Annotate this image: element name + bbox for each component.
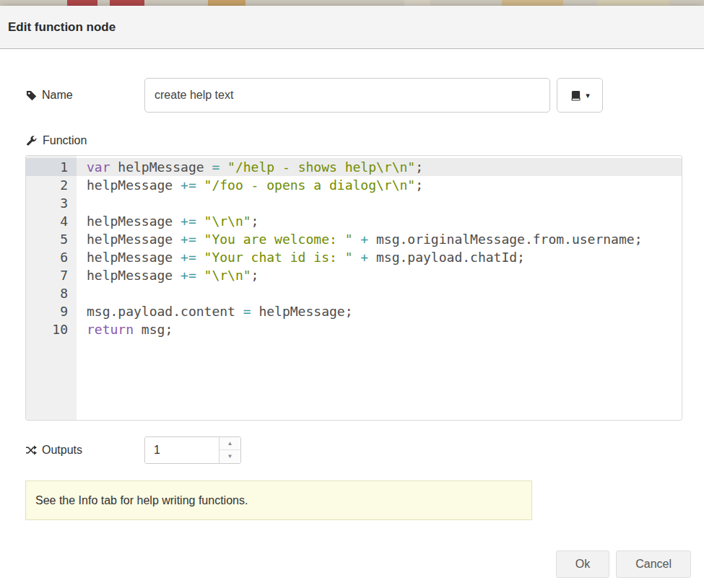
gutter-line-number[interactable]: 7 bbox=[26, 266, 77, 284]
dialog-title: Edit function node bbox=[8, 20, 116, 35]
dialog-body: Name ▾ Function 12345678910 var helpMess… bbox=[0, 49, 704, 524]
gutter-line-number[interactable]: 1 bbox=[26, 158, 77, 176]
ok-button[interactable]: Ok bbox=[556, 550, 609, 578]
workspace-node-peek bbox=[208, 0, 245, 6]
gutter-line-number[interactable]: 10 bbox=[26, 320, 77, 338]
code-line[interactable]: helpMessage += "\r\n"; bbox=[77, 212, 682, 230]
code-line[interactable]: helpMessage += "/foo - opens a dialog\r\… bbox=[77, 176, 682, 194]
code-line[interactable] bbox=[77, 284, 682, 302]
spinner-down-button[interactable]: ▼ bbox=[220, 450, 240, 463]
gutter-line-number[interactable]: 2 bbox=[26, 176, 77, 194]
editor-code-area[interactable]: var helpMessage = "/help - shows help\r\… bbox=[77, 156, 682, 420]
library-button[interactable]: ▾ bbox=[557, 78, 603, 113]
outputs-spinner: ▲ ▼ bbox=[144, 436, 241, 464]
function-label: Function bbox=[43, 134, 87, 147]
spinner-up-button[interactable]: ▲ bbox=[220, 437, 240, 450]
name-label-text: Name bbox=[42, 89, 73, 102]
function-code-editor[interactable]: 12345678910 var helpMessage = "/help - s… bbox=[25, 155, 682, 421]
gutter-line-number[interactable]: 5 bbox=[26, 230, 77, 248]
gutter-line-number[interactable]: 8 bbox=[26, 284, 77, 302]
workspace-node-peek bbox=[404, 0, 430, 6]
info-text: See the Info tab for help writing functi… bbox=[35, 494, 248, 507]
shuffle-icon bbox=[25, 444, 37, 456]
cancel-button[interactable]: Cancel bbox=[616, 550, 691, 578]
code-line[interactable]: return msg; bbox=[77, 320, 682, 338]
dialog-header: Edit function node bbox=[0, 6, 704, 49]
code-line[interactable]: helpMessage += "You are welcome: " + msg… bbox=[77, 230, 682, 248]
function-label-row: Function bbox=[25, 134, 682, 147]
outputs-label-text: Outputs bbox=[42, 444, 82, 457]
code-line[interactable]: msg.payload.content = helpMessage; bbox=[77, 302, 682, 320]
gutter-line-number[interactable]: 9 bbox=[26, 302, 77, 320]
editor-gutter: 12345678910 bbox=[26, 156, 77, 420]
name-row: Name ▾ bbox=[25, 78, 682, 113]
spinner-buttons: ▲ ▼ bbox=[219, 437, 240, 463]
caret-down-icon: ▾ bbox=[586, 92, 590, 100]
book-icon bbox=[570, 89, 581, 101]
name-label: Name bbox=[25, 89, 144, 102]
dialog-footer: Ok Cancel bbox=[0, 524, 704, 588]
workspace-background-peek bbox=[0, 0, 704, 6]
outputs-input[interactable] bbox=[145, 437, 219, 463]
code-line[interactable]: helpMessage += "\r\n"; bbox=[77, 266, 682, 284]
workspace-node-peek bbox=[67, 0, 97, 6]
workspace-node-peek bbox=[110, 0, 144, 6]
edit-function-node-dialog: Edit function node Name ▾ Function bbox=[0, 6, 704, 588]
gutter-line-number[interactable]: 4 bbox=[26, 212, 77, 230]
workspace-node-peek bbox=[598, 0, 670, 6]
code-line[interactable] bbox=[77, 194, 682, 212]
outputs-label: Outputs bbox=[25, 444, 144, 457]
name-input[interactable] bbox=[144, 78, 550, 113]
info-box: See the Info tab for help writing functi… bbox=[25, 481, 532, 520]
workspace-node-peek bbox=[502, 0, 563, 6]
outputs-row: Outputs ▲ ▼ bbox=[25, 436, 682, 464]
tag-icon bbox=[25, 89, 37, 101]
code-line[interactable]: helpMessage += "Your chat id is: " + msg… bbox=[77, 248, 682, 266]
code-line[interactable]: var helpMessage = "/help - shows help\r\… bbox=[77, 158, 682, 176]
gutter-line-number[interactable]: 6 bbox=[26, 248, 77, 266]
wrench-icon bbox=[25, 135, 37, 146]
gutter-line-number[interactable]: 3 bbox=[26, 194, 77, 212]
